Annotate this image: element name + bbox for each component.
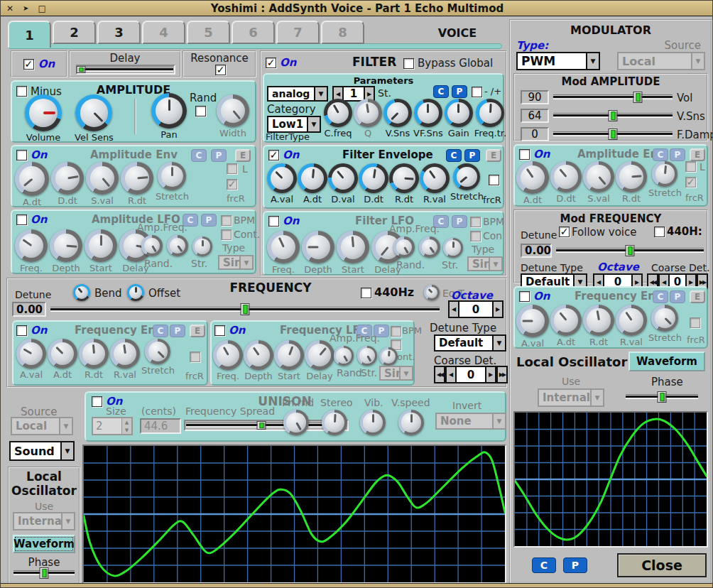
mod-vol-thumb[interactable]: [633, 92, 643, 103]
knob-a-val[interactable]: A.val: [267, 163, 297, 205]
right-arrow-icon[interactable]: ▶: [492, 300, 504, 318]
freq-lfo-on-checkbox[interactable]: [214, 325, 225, 336]
filter-env-edit-button[interactable]: E: [486, 149, 501, 162]
mod-amp-env-edit-button[interactable]: E: [690, 148, 705, 161]
mod-440hz-checkbox[interactable]: [654, 227, 665, 237]
knob-c-freq[interactable]: C.freq: [324, 99, 352, 138]
knob-freq-tr[interactable]: Freq.tr.: [474, 99, 506, 138]
mod-copy-button[interactable]: C: [532, 557, 556, 573]
filter-env-on-checkbox[interactable]: [268, 150, 279, 160]
mod-vsns-slider[interactable]: [553, 110, 673, 121]
tab-6[interactable]: 6: [232, 21, 275, 44]
knob-vf-sns[interactable]: VF.Sns: [413, 99, 443, 138]
knob-stretch[interactable]: Stretch: [450, 163, 484, 202]
mod-fdamp-thumb[interactable]: [609, 129, 618, 140]
filter-lfo-paste-button[interactable]: P: [452, 215, 467, 228]
amp-env-edit-button[interactable]: E: [235, 149, 251, 162]
filter-copy-button[interactable]: C: [433, 85, 449, 98]
follow-voice-checkbox[interactable]: [559, 227, 570, 237]
tab-2[interactable]: 2: [53, 21, 96, 44]
mod-freq-env-edit-button[interactable]: E: [690, 290, 705, 303]
left-arrow-icon[interactable]: ◀: [448, 300, 459, 318]
knob-d-dt[interactable]: D.dt: [359, 163, 388, 205]
amp-env-on-checkbox[interactable]: [16, 150, 27, 160]
close-button[interactable]: Close: [617, 553, 707, 577]
mod-amp-env-on-checkbox[interactable]: [519, 149, 530, 160]
freq-env-edit-button[interactable]: E: [190, 325, 205, 337]
double-left-arrow-icon[interactable]: ◀◀: [434, 366, 445, 383]
mod-amp-env-paste-button[interactable]: P: [670, 148, 685, 161]
voice-on-checkbox[interactable]: [23, 59, 34, 70]
category-dropdown[interactable]: Low1▼: [267, 116, 321, 133]
mod-vol-slider[interactable]: [553, 92, 673, 103]
knob-a-dt[interactable]: A.dt: [298, 163, 327, 205]
mod-waveform-button[interactable]: Waveform: [628, 352, 705, 371]
phase-slider-thumb[interactable]: [40, 567, 49, 579]
knob-pan[interactable]: Pan: [151, 93, 187, 140]
double-right-arrow-icon[interactable]: ▶▶: [496, 366, 508, 383]
freq-env-on-checkbox[interactable]: [16, 325, 27, 336]
freq-lfo-type-dropdown: Sine▼: [379, 366, 413, 381]
filter-stage-dropdown[interactable]: analog▼: [267, 86, 328, 102]
delay-slider[interactable]: [76, 65, 175, 75]
filter-env-frcr-checkbox[interactable]: [489, 175, 499, 185]
mod-phase-slider[interactable]: [626, 391, 698, 403]
filter-on-checkbox[interactable]: [266, 58, 276, 68]
knob-volume[interactable]: Volume: [25, 94, 62, 143]
sound-dropdown[interactable]: Sound▼: [9, 441, 75, 461]
unison-on-checkbox[interactable]: [92, 396, 102, 407]
knob-vel-sens[interactable]: Vel Sens: [75, 94, 114, 143]
mod-detune-thumb[interactable]: [626, 245, 635, 256]
left-arrow-icon[interactable]: ◀: [445, 366, 457, 383]
mod-vsns-thumb[interactable]: [609, 110, 618, 121]
delay-slider-thumb[interactable]: [77, 66, 86, 73]
freq-env-copy-button[interactable]: C: [153, 325, 168, 337]
amp-env-paste-button[interactable]: P: [211, 149, 227, 162]
filter-env-copy-button[interactable]: C: [446, 149, 462, 162]
bypass-global-checkbox[interactable]: [403, 58, 414, 69]
knob-r-val[interactable]: R.val: [420, 163, 450, 205]
filter-paste-button[interactable]: P: [452, 85, 467, 98]
mod-amp-env-copy-button[interactable]: C: [653, 148, 668, 161]
knob-small[interactable]: [127, 284, 144, 301]
mod-type-dropdown[interactable]: PWM▼: [516, 52, 600, 70]
tab-8[interactable]: 8: [321, 21, 364, 44]
waveform-button[interactable]: Waveform: [13, 535, 75, 553]
freq-env-frcr-label: frcR: [185, 371, 204, 381]
resonance-checkbox[interactable]: [215, 65, 226, 75]
right-arrow-icon[interactable]: ▶: [485, 366, 496, 383]
freq-env-paste-button[interactable]: P: [170, 325, 185, 337]
octave-spinner[interactable]: ◀ 0 ▶: [448, 300, 504, 318]
phase-slider[interactable]: [13, 567, 75, 579]
knob-gain[interactable]: Gain: [445, 99, 473, 138]
amp-env-copy-button[interactable]: C: [191, 149, 207, 162]
gain-negative-checkbox[interactable]: [472, 87, 482, 97]
rand-checkbox[interactable]: [195, 106, 206, 116]
mod-phase-thumb[interactable]: [658, 391, 667, 403]
tab-3[interactable]: 3: [97, 21, 141, 44]
knob-d-val[interactable]: D.val: [328, 163, 358, 205]
440hz-checkbox[interactable]: [361, 288, 371, 298]
filter-lfo-on-checkbox[interactable]: [268, 216, 279, 227]
mod-paste-button[interactable]: P: [563, 557, 587, 573]
knob-v-sns[interactable]: V.Sns: [383, 99, 412, 138]
filter-env-paste-button[interactable]: P: [464, 149, 480, 162]
chevron-down-icon: ▼: [590, 390, 603, 405]
mod-freq-env-on-checkbox[interactable]: [519, 291, 530, 302]
amp-lfo-paste-button[interactable]: P: [201, 214, 217, 227]
mod-freq-env-paste-button[interactable]: P: [670, 290, 685, 303]
amp-lfo-on-checkbox[interactable]: [16, 214, 27, 225]
tab-7[interactable]: 7: [276, 21, 320, 44]
coarse-detune-spinner[interactable]: ◀◀ ◀ 0 ▶ ▶▶: [434, 366, 508, 383]
mod-detune-slider[interactable]: [556, 245, 704, 256]
detune-slider-thumb[interactable]: [241, 303, 250, 315]
mod-freq-env-copy-button[interactable]: C: [653, 290, 668, 303]
knob-small[interactable]: [73, 284, 90, 301]
tab-1[interactable]: 1: [8, 21, 51, 48]
detune-slider[interactable]: [50, 303, 440, 315]
knob-r-dt[interactable]: R.dt: [389, 163, 419, 205]
detune-type-dropdown[interactable]: Default▼: [434, 334, 506, 352]
tab-5[interactable]: 5: [187, 21, 230, 44]
tab-4[interactable]: 4: [142, 21, 185, 44]
mod-fdamp-slider[interactable]: [553, 129, 673, 140]
